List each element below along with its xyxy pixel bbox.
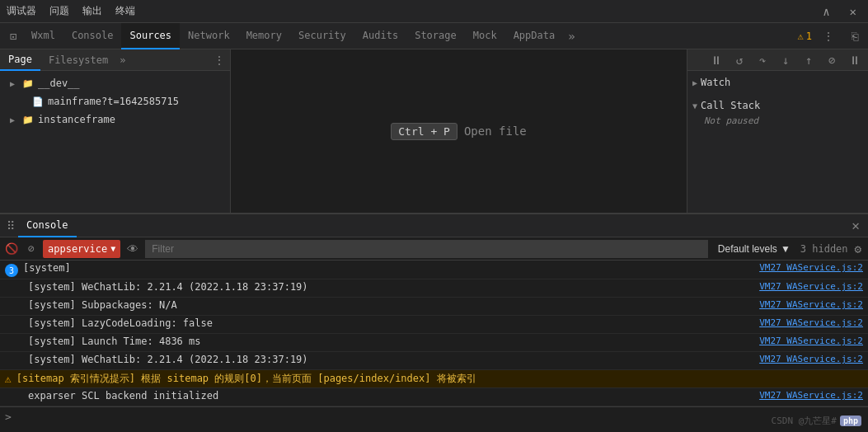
keyboard-shortcut: Ctrl + P	[391, 123, 457, 140]
warning-triangle-icon: ⚠	[5, 373, 12, 385]
warning-icon: ⚠	[798, 31, 804, 42]
panel-tab-more[interactable]: »	[120, 54, 125, 66]
console-tab[interactable]: Console	[18, 214, 77, 237]
not-paused-text: Not paused	[687, 114, 868, 128]
tree-arrow-instanceframe: ▶	[10, 115, 21, 124]
tab-sources[interactable]: Sources	[121, 23, 180, 49]
drag-handle-icon[interactable]: ⠿	[3, 219, 18, 232]
levels-button[interactable]: Default levels ▼	[711, 240, 797, 258]
tab-security[interactable]: Security	[290, 23, 354, 49]
main-layout: Page Filesystem » ⋮ ▶ 📁 __dev__ 📄 mainfr…	[0, 49, 868, 432]
warning-badge[interactable]: ⚠ 1	[798, 31, 812, 42]
console-input[interactable]	[16, 411, 863, 423]
dropdown-arrow-icon: ▼	[110, 244, 115, 253]
log-line: [system] Launch Time: 4836 ms VM27 WASer…	[0, 334, 868, 352]
stop-icon[interactable]: ⊘	[23, 241, 40, 257]
tab-network[interactable]: Network	[180, 23, 238, 49]
log-source[interactable]: VM27 WAService.js:2	[759, 336, 863, 346]
tab-appdata[interactable]: AppData	[505, 23, 564, 49]
tree-label-dev: __dev__	[38, 77, 80, 89]
log-line: [system] LazyCodeLoading: false VM27 WAS…	[0, 316, 868, 334]
tab-more-button[interactable]: »	[563, 30, 579, 43]
console-input-line: >	[0, 406, 868, 426]
callstack-arrow-icon: ▼	[692, 101, 697, 110]
log-line: [system] WeChatLib: 2.21.4 (2022.1.18 23…	[0, 352, 868, 370]
right-toolbar: ⏸ ↺ ↷ ↓ ↑ ⊘ ⏸	[687, 49, 868, 71]
callstack-label: Call Stack	[701, 100, 760, 111]
tree-item-dev[interactable]: ▶ 📁 __dev__	[0, 74, 230, 92]
panel-tab-page[interactable]: Page	[0, 49, 40, 71]
watch-header[interactable]: ▶ Watch	[687, 74, 868, 91]
filter-input[interactable]	[145, 240, 708, 258]
top-section: Page Filesystem » ⋮ ▶ 📁 __dev__ 📄 mainfr…	[0, 49, 868, 214]
console-prompt-icon: >	[5, 411, 12, 423]
settings-icon[interactable]: ⚙	[852, 242, 865, 256]
console-close-button[interactable]: ✕	[847, 218, 865, 233]
step-over-button[interactable]: ↷	[754, 52, 771, 68]
watch-arrow-icon: ▶	[692, 78, 697, 87]
php-badge: php	[840, 416, 861, 426]
hidden-count: 3 hidden	[800, 243, 848, 255]
log-source[interactable]: VM27 WAService.js:2	[759, 354, 863, 364]
tree-label-instanceframe: instanceframe	[38, 114, 115, 125]
clear-console-button[interactable]: 🚫	[3, 241, 20, 257]
bottom-section: ⠿ Console ✕ 🚫 ⊘ appservice ▼ 👁 Default l…	[0, 214, 868, 432]
tab-mock[interactable]: Mock	[465, 23, 505, 49]
panel-more-options-icon[interactable]: ⋮	[213, 54, 230, 67]
callstack-section: ▼ Call Stack Not paused	[687, 94, 868, 131]
warning-count: 1	[806, 31, 812, 42]
console-header: ⠿ Console ✕	[0, 214, 868, 237]
log-badge: 3	[5, 264, 18, 277]
log-text: [system] WeChatLib: 2.21.4 (2022.1.18 23…	[5, 354, 753, 365]
center-panel: Ctrl + P Open file	[231, 49, 687, 213]
left-panel: Page Filesystem » ⋮ ▶ 📁 __dev__ 📄 mainfr…	[0, 49, 231, 213]
title-bar-controls: ∧ ✕	[818, 3, 861, 20]
levels-arrow-icon: ▼	[781, 243, 791, 255]
open-file-label: Open file	[464, 124, 527, 138]
deactivate-button[interactable]: ⊘	[823, 52, 840, 68]
menu-output[interactable]: 输出	[82, 4, 102, 18]
eye-icon[interactable]: 👁	[124, 240, 142, 258]
tab-memory[interactable]: Memory	[238, 23, 290, 49]
appservice-selector[interactable]: appservice ▼	[43, 240, 120, 258]
pause-exception-button[interactable]: ⏸	[847, 52, 863, 68]
log-source[interactable]: VM27 WAService.js:2	[759, 262, 863, 273]
log-source[interactable]: VM27 WAService.js:2	[759, 299, 863, 310]
menu-terminal[interactable]: 终端	[115, 4, 135, 18]
panel-tab-filesystem[interactable]: Filesystem	[40, 49, 116, 71]
log-source[interactable]: VM27 WAService.js:2	[759, 281, 863, 292]
tab-bar-right: ⚠ 1 ⋮ ⎗	[798, 26, 865, 46]
undock-icon[interactable]: ⎗	[845, 26, 865, 46]
right-panel: ⏸ ↺ ↷ ↓ ↑ ⊘ ⏸ ▶ Watch ▼ Call Stack Not p	[687, 49, 868, 213]
open-file-hint: Ctrl + P Open file	[391, 123, 526, 140]
pause-button[interactable]: ⏸	[708, 52, 725, 68]
folder-icon-instanceframe: 📁	[21, 113, 35, 126]
close-button[interactable]: ✕	[845, 3, 861, 20]
cursor-icon[interactable]: ⊡	[3, 26, 23, 46]
tab-console[interactable]: Console	[63, 23, 122, 49]
minimize-button[interactable]: ∧	[818, 3, 834, 20]
tree-arrow-dev: ▶	[10, 79, 21, 88]
callstack-header[interactable]: ▼ Call Stack	[687, 97, 868, 114]
tab-wxml[interactable]: Wxml	[23, 23, 63, 49]
reload-button[interactable]: ↺	[731, 52, 748, 68]
more-options-icon[interactable]: ⋮	[819, 26, 838, 46]
log-text: [system] Subpackages: N/A	[5, 299, 753, 311]
menu-debugger[interactable]: 调试器	[7, 4, 36, 18]
folder-icon-dev: 📁	[21, 77, 35, 90]
title-bar: 调试器 问题 输出 终端 ∧ ✕	[0, 0, 868, 23]
menu-issues[interactable]: 问题	[49, 4, 69, 18]
log-text: [system] WeChatLib: 2.21.4 (2022.1.18 23…	[5, 281, 753, 293]
title-bar-left: 调试器 问题 输出 终端	[7, 4, 135, 18]
tree-item-mainframe[interactable]: 📄 mainframe?t=1642585715	[0, 92, 230, 110]
step-out-button[interactable]: ↑	[800, 52, 817, 68]
log-text: [system] LazyCodeLoading: false	[5, 317, 753, 329]
log-source[interactable]: VM27 WAService.js:2	[759, 390, 863, 401]
step-into-button[interactable]: ↓	[777, 52, 794, 68]
tree-item-instanceframe[interactable]: ▶ 📁 instanceframe	[0, 110, 230, 129]
tab-storage[interactable]: Storage	[406, 23, 465, 49]
log-source[interactable]: VM27 WAService.js:2	[759, 317, 863, 328]
tab-audits[interactable]: Audits	[354, 23, 406, 49]
file-icon-mainframe: 📄	[31, 95, 45, 108]
log-line: 3 [system] VM27 WAService.js:2	[0, 261, 868, 279]
